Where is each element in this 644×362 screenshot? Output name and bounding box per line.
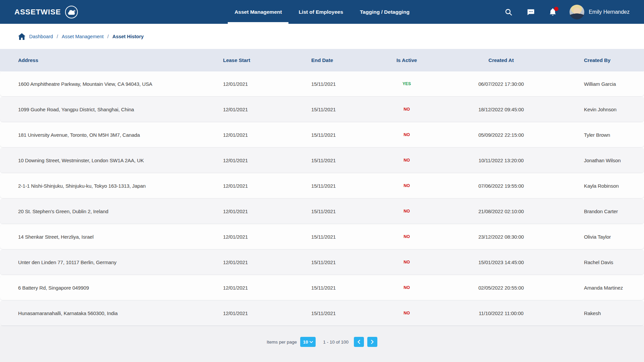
cell-address: 1600 Amphitheatre Parkway, Mountain View… <box>0 81 216 87</box>
cell-created-by: Jonathan Wilson <box>559 158 644 163</box>
user-avatar[interactable] <box>570 5 584 19</box>
cell-created-at: 21/08/2022 02:10:00 <box>443 208 559 214</box>
chevron-down-icon <box>310 341 313 343</box>
previous-page-button[interactable] <box>354 337 364 347</box>
cell-end-date: 15/11/2021 <box>311 234 371 240</box>
cell-lease-start: 12/01/2021 <box>216 158 311 163</box>
table-row[interactable]: 1099 Guohe Road, Yangpu District, Shangh… <box>0 97 644 122</box>
cell-created-at: 18/12/2022 09:45:00 <box>443 107 559 112</box>
cell-end-date: 15/11/2021 <box>311 107 371 112</box>
column-header-address: Address <box>0 57 216 63</box>
cell-created-by: Tyler Brown <box>559 132 644 138</box>
home-icon[interactable] <box>18 33 25 40</box>
column-header-is-active: Is Active <box>371 57 443 63</box>
cell-lease-start: 12/01/2021 <box>216 285 311 291</box>
column-header-created-at: Created At <box>443 57 559 63</box>
cell-created-by: Rakesh <box>559 310 644 316</box>
next-page-button[interactable] <box>367 337 377 347</box>
nav-tab-list-of-employees[interactable]: List of Employees <box>299 0 343 24</box>
is-active-value: NO <box>371 234 443 239</box>
is-active-value: NO <box>371 260 443 264</box>
chat-icon[interactable] <box>527 8 535 16</box>
breadcrumb-current-asset-history: Asset History <box>112 34 144 39</box>
cell-address: 6 Battery Rd, Singapore 049909 <box>0 285 216 291</box>
pagination: Items per page 10 1 - 10 of 100 <box>267 337 377 347</box>
cell-end-date: 15/11/2021 <box>311 259 371 265</box>
is-active-value: NO <box>371 158 443 163</box>
brand-name: ASSETWISE <box>14 8 61 16</box>
cell-end-date: 15/11/2021 <box>311 81 371 87</box>
cloud-logo-icon: e <box>65 6 78 18</box>
table-row[interactable]: 181 University Avenue, Toronto, ON M5H 3… <box>0 122 644 147</box>
cell-lease-start: 12/01/2021 <box>216 310 311 316</box>
table-header-row: Address Lease Start End Date Is Active C… <box>0 49 644 71</box>
chevron-left-icon <box>357 340 361 344</box>
cell-address: 2-1-1 Nishi-Shinjuku, Shinjuku-ku, Tokyo… <box>0 183 216 189</box>
user-name[interactable]: Emily Hernandez <box>589 9 630 15</box>
is-active-value: NO <box>371 285 443 290</box>
cell-lease-start: 12/01/2021 <box>216 81 311 87</box>
cell-created-by: Kevin Johnson <box>559 107 644 112</box>
breadcrumb-dashboard[interactable]: Dashboard <box>29 34 53 39</box>
cell-created-by: Kayla Robinson <box>559 183 644 189</box>
cell-address: Unter den Linden 77, 10117 Berlin, Germa… <box>0 259 216 265</box>
nav-tab-tagging-detagging[interactable]: Tagging / Detagging <box>360 0 410 24</box>
items-per-page-select[interactable]: 10 <box>300 337 316 347</box>
pagination-range: 1 - 10 of 100 <box>323 340 348 345</box>
breadcrumb-separator: / <box>107 34 109 39</box>
is-active-value: NO <box>371 107 443 112</box>
table-row[interactable]: 14 Shenkar Street, Herzliya, Israel 12/0… <box>0 224 644 249</box>
table-row[interactable]: 2-1-1 Nishi-Shinjuku, Shinjuku-ku, Tokyo… <box>0 173 644 198</box>
cell-lease-start: 12/01/2021 <box>216 132 311 138</box>
cell-end-date: 15/11/2021 <box>311 285 371 291</box>
cell-end-date: 15/11/2021 <box>311 183 371 189</box>
chevron-right-icon <box>370 340 374 344</box>
notifications-bell-icon[interactable] <box>549 8 557 16</box>
is-active-value: NO <box>371 209 443 214</box>
cell-created-at: 06/07/2022 17:30:00 <box>443 81 559 87</box>
cell-address: 20 St. Stephen's Green, Dublin 2, Irelan… <box>0 208 216 214</box>
is-active-value: YES <box>371 81 443 86</box>
nav-tab-asset-management[interactable]: Asset Management <box>234 0 282 24</box>
cell-created-at: 05/09/2022 22:15:00 <box>443 132 559 138</box>
items-per-page-label: Items per page <box>267 340 297 345</box>
cell-created-at: 15/01/2023 14:45:00 <box>443 259 559 265</box>
items-per-page-value: 10 <box>303 340 308 345</box>
table-row[interactable]: 6 Battery Rd, Singapore 049909 12/01/202… <box>0 275 644 300</box>
cell-end-date: 15/11/2021 <box>311 158 371 163</box>
cell-created-by: Olivia Taylor <box>559 234 644 240</box>
breadcrumb: Dashboard / Asset Management / Asset His… <box>0 24 644 49</box>
cell-lease-start: 12/01/2021 <box>216 259 311 265</box>
table-row[interactable]: Unter den Linden 77, 10117 Berlin, Germa… <box>0 250 644 275</box>
cell-created-by: William Garcia <box>559 81 644 87</box>
navbar-actions: Emily Hernandez <box>504 0 630 24</box>
cell-end-date: 15/11/2021 <box>311 132 371 138</box>
cell-address: 1099 Guohe Road, Yangpu District, Shangh… <box>0 107 216 112</box>
cell-lease-start: 12/01/2021 <box>216 208 311 214</box>
cell-created-by: Amanda Martinez <box>559 285 644 291</box>
search-icon[interactable] <box>504 8 513 16</box>
top-navbar: ASSETWISE e Asset Management List of Emp… <box>0 0 644 24</box>
table-footer: Items per page 10 1 - 10 of 100 <box>0 326 644 362</box>
notification-badge <box>554 7 558 11</box>
breadcrumb-asset-management[interactable]: Asset Management <box>62 34 104 39</box>
column-header-lease-start: Lease Start <box>216 57 311 63</box>
brand-logo[interactable]: ASSETWISE e <box>14 0 78 24</box>
cell-address: 10 Downing Street, Westminster, London S… <box>0 158 216 163</box>
cell-lease-start: 12/01/2021 <box>216 183 311 189</box>
cell-address: Hunasamaranahalli, Karnataka 560300, Ind… <box>0 310 216 316</box>
table-row[interactable]: 10 Downing Street, Westminster, London S… <box>0 148 644 173</box>
cell-address: 14 Shenkar Street, Herzliya, Israel <box>0 234 216 240</box>
table-row[interactable]: 1600 Amphitheatre Parkway, Mountain View… <box>0 71 644 96</box>
is-active-value: NO <box>371 183 443 188</box>
table-row[interactable]: 20 St. Stephen's Green, Dublin 2, Irelan… <box>0 199 644 224</box>
table-row[interactable]: Hunasamaranahalli, Karnataka 560300, Ind… <box>0 301 644 325</box>
cell-created-by: Brandon Carter <box>559 208 644 214</box>
column-header-end-date: End Date <box>311 57 371 63</box>
column-header-created-by: Created By <box>559 57 644 63</box>
main-navigation: Asset Management List of Employees Taggi… <box>234 0 410 24</box>
cell-created-by: Rachel Davis <box>559 259 644 265</box>
is-active-value: NO <box>371 132 443 137</box>
cell-address: 181 University Avenue, Toronto, ON M5H 3… <box>0 132 216 138</box>
breadcrumb-separator: / <box>57 34 58 39</box>
